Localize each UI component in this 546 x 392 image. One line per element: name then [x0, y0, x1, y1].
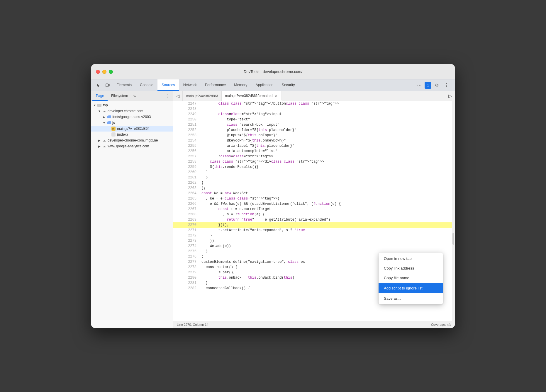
line-number: 2279 — [173, 270, 199, 275]
more-tabs-icon[interactable]: ⋯ — [415, 82, 424, 88]
overflow-menu-icon[interactable]: ⋮ — [442, 82, 451, 88]
line-number: 2265 — [173, 196, 199, 201]
tree-item-developer-chrome[interactable]: ▼ ☁ developer.chrome.com — [91, 108, 173, 114]
minimize-button[interactable] — [102, 70, 106, 74]
line-number: 2278 — [173, 265, 199, 270]
tab-sources[interactable]: Sources — [157, 79, 179, 91]
editor-tab-main-js[interactable]: main.js?v=e382d86f — [183, 91, 222, 101]
tree-item-top[interactable]: ▼ top — [91, 102, 173, 108]
tree-item-fonts[interactable]: ▶ fonts/google-sans-v2003 — [91, 114, 173, 120]
arrow-icon: ▶ — [97, 145, 102, 148]
line-number: 2249 — [173, 112, 199, 117]
line-number: 2258 — [173, 159, 199, 164]
line-code — [199, 106, 455, 112]
sidebar-tab-page[interactable]: Page — [92, 91, 108, 101]
line-number: 2267 — [173, 207, 199, 212]
context-menu-item-open-new-tab[interactable]: Open in new tab — [379, 254, 443, 263]
line-code: return "true" === e.getAttribute("aria-e… — [199, 217, 455, 222]
table-row: 2260 ` — [173, 170, 455, 175]
table-row: 2269 return "true" === e.getAttribute("a… — [173, 217, 455, 222]
tab-network[interactable]: Network — [179, 79, 201, 91]
line-number: 2268 — [173, 212, 199, 217]
table-row: 2249 class=class="str">"tag"><input — [173, 112, 455, 117]
sidebar-toggle-icon[interactable]: ◁ — [173, 91, 183, 101]
tab-application[interactable]: Application — [251, 79, 277, 91]
tree-item-analytics[interactable]: ▶ ☁ www.google-analytics.com — [91, 143, 173, 149]
table-row: 2262} — [173, 180, 455, 185]
traffic-lights — [96, 70, 113, 74]
table-row: 2259 ${this.renderResults()} — [173, 164, 455, 170]
scrollbar-thumb[interactable] — [452, 233, 454, 245]
line-code: @input="${this.onInput}" — [199, 133, 455, 138]
main-content: Page Filesystem » ⋮ ▼ top — [91, 91, 455, 328]
line-number: 2253 — [173, 133, 199, 138]
devtools-window: DevTools - developer.chrome.com/ Element… — [91, 64, 455, 328]
tree-item-js-folder[interactable]: ▼ js — [91, 120, 173, 126]
tree-item-main-js[interactable]: JS main.js?v=e382d86f — [91, 126, 173, 132]
editor-area: ◁ main.js?v=e382d86f main.js?v=e382d86f:… — [173, 91, 455, 328]
sidebar-menu-icon[interactable]: ⋮ — [162, 91, 172, 101]
tab-memory[interactable]: Memory — [230, 79, 251, 91]
svg-rect-2 — [97, 104, 101, 107]
line-code: aria-autocomplete="list" — [199, 149, 455, 154]
table-row: 2270 }(t); — [173, 222, 455, 228]
line-code: class=class="str">"tag"></divclass=class… — [199, 159, 455, 164]
table-row: 2254 @keydown="${this.onKeyDown}" — [173, 138, 455, 143]
settings-icon[interactable]: ⚙ — [432, 83, 441, 88]
table-row: 2271 t.setAttribute("aria-expanded", s ?… — [173, 228, 455, 233]
device-icon[interactable] — [103, 79, 112, 91]
cloud-icon: ☁ — [102, 109, 106, 113]
line-code: } — [199, 175, 455, 180]
notifications-badge[interactable]: 1 — [425, 82, 431, 89]
arrow-icon: ▶ — [102, 115, 106, 119]
line-code: We.add(e)) — [199, 243, 455, 249]
context-menu-item-copy-filename[interactable]: Copy file name — [379, 273, 443, 283]
tab-elements[interactable]: Elements — [112, 79, 136, 91]
close-tab-icon[interactable]: × — [274, 93, 278, 98]
sidebar-tab-more[interactable]: » — [131, 91, 138, 101]
line-code: , s = !function(e) { — [199, 212, 455, 217]
tree-item-imgix[interactable]: ▶ ☁ developer-chrome-com.imgix.ne — [91, 137, 173, 143]
tab-performance[interactable]: Performance — [201, 79, 230, 91]
table-row: 2252 placeholder="${this.placeholder}" — [173, 127, 455, 133]
context-menu: Open in new tabCopy link addressCopy fil… — [379, 253, 443, 304]
line-code: class="search-box__input" — [199, 122, 455, 127]
editor-tab-main-js-formatted[interactable]: main.js?v=e382d86f:formatted × — [222, 91, 282, 101]
titlebar: DevTools - developer.chrome.com/ — [91, 64, 455, 79]
line-number: 2260 — [173, 170, 199, 175]
context-menu-item-add-ignore[interactable]: Add script to ignore list — [379, 283, 443, 293]
scrollbar-track[interactable] — [452, 101, 455, 321]
tab-security[interactable]: Security — [278, 79, 299, 91]
folder-icon — [106, 115, 111, 119]
tab-console[interactable]: Console — [136, 79, 157, 91]
tree-item-index[interactable]: (index) — [91, 132, 173, 137]
cursor-icon[interactable] — [94, 79, 103, 91]
table-row: 2253 @input="${this.onInput}" — [173, 133, 455, 138]
sidebar-tab-filesystem[interactable]: Filesystem — [108, 91, 131, 101]
arrow-icon: ▼ — [102, 121, 106, 125]
collapse-panel-icon[interactable]: ▷ — [445, 91, 455, 101]
context-menu-item-copy-link[interactable]: Copy link address — [379, 263, 443, 273]
line-number: 2252 — [173, 127, 199, 133]
line-number: 2269 — [173, 217, 199, 222]
arrow-icon: ▶ — [97, 139, 102, 142]
line-number: 2271 — [173, 228, 199, 233]
table-row: 2273 )), — [173, 238, 455, 243]
line-code: ` — [199, 170, 455, 175]
line-code: /class=class="str">"tag">> — [199, 154, 455, 159]
cloud-icon: ☁ — [102, 144, 106, 149]
line-number: 2272 — [173, 233, 199, 238]
folder-icon — [106, 120, 111, 125]
context-menu-item-save-as[interactable]: Save as... — [379, 294, 443, 303]
table-row: 2258 class=class="str">"tag"></divclass=… — [173, 159, 455, 164]
line-code: , Ke = e=class=class="str">"tag">>{ — [199, 196, 455, 201]
close-button[interactable] — [96, 70, 100, 74]
arrow-icon: ▼ — [97, 110, 102, 113]
table-row: 2267 const t = e.currentTarget — [173, 207, 455, 212]
line-number: 2280 — [173, 275, 199, 280]
folder-icon — [97, 103, 102, 108]
line-number: 2266 — [173, 201, 199, 207]
table-row: 2248 — [173, 106, 455, 112]
table-row: 2247 class=class="str">"tag"></buttoncla… — [173, 101, 455, 106]
maximize-button[interactable] — [109, 70, 113, 74]
